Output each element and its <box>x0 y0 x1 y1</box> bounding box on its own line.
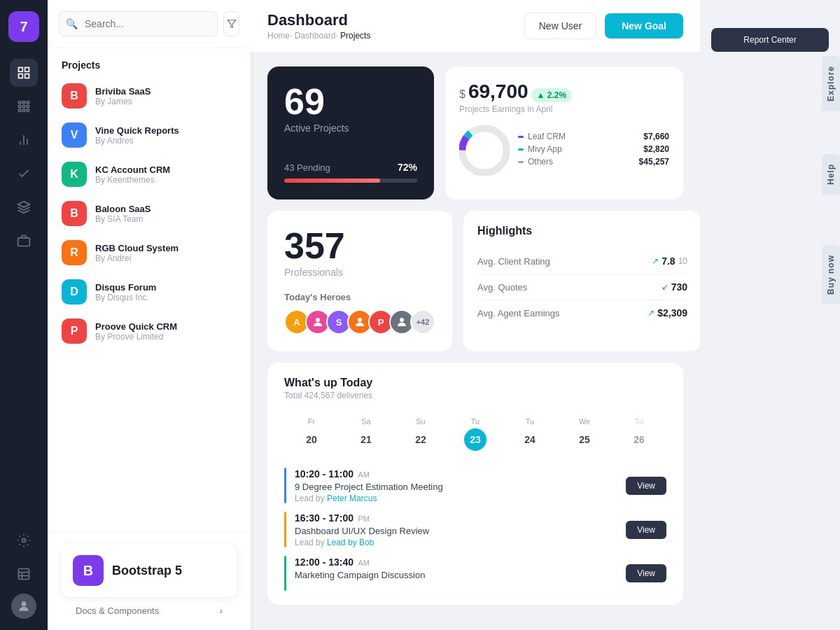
svg-rect-6 <box>27 102 29 104</box>
buynow-tab[interactable]: Buy now <box>822 245 840 304</box>
cal-day-21[interactable]: Sa 21 <box>339 412 393 456</box>
event-2-lead-link[interactable]: Lead by Bob <box>327 538 374 547</box>
svg-rect-0 <box>19 68 23 72</box>
event-1-lead: Lead by Peter Marcus <box>295 493 443 503</box>
legend-others: Others $45,257 <box>518 157 669 167</box>
nav-icon-table[interactable] <box>10 560 38 588</box>
event-3-view-button[interactable]: View <box>626 564 666 582</box>
highlight-earnings: Avg. Agent Earnings ↗ $2,309 <box>477 300 687 326</box>
schedule-title: What's up Today <box>284 377 666 389</box>
project-icon-vine: V <box>62 122 87 148</box>
project-kc[interactable]: K KC Account CRM By Keenthemes <box>48 155 251 194</box>
search-bar: 🔍 <box>48 0 251 48</box>
project-by-disqus: By Disqus Inc. <box>95 293 237 302</box>
project-by-vine: By Andres <box>95 136 237 146</box>
event-1-time: 10:20 - 11:00 AM <box>295 468 443 480</box>
search-icon: 🔍 <box>66 18 78 29</box>
content-area: 69 Active Projects 43 Pending 72% $ 69,7… <box>251 52 700 619</box>
heroes-label: Today's Heroes <box>284 292 435 302</box>
up-arrow-rating: ↗ <box>652 256 659 266</box>
bootstrap-label: Bootstrap 5 <box>112 564 182 578</box>
cal-day-22[interactable]: Su 22 <box>393 412 448 456</box>
report-center-button[interactable]: Report Center <box>711 28 829 52</box>
pending-percent: 72% <box>398 162 417 173</box>
breadcrumb-active: Projects <box>340 31 370 41</box>
project-by-briviba: By James <box>95 97 237 106</box>
active-projects-card: 69 Active Projects 43 Pending 72% <box>267 66 434 200</box>
cal-day-24[interactable]: Tu 24 <box>503 412 557 456</box>
new-user-button[interactable]: New User <box>524 13 596 39</box>
event-2-title: Dashboard UI/UX Design Review <box>295 526 429 536</box>
page-title: Dashboard <box>267 11 370 29</box>
event-3: 12:00 - 13:40 AM Marketing Campaign Disc… <box>284 556 666 591</box>
progress-bar <box>284 178 417 183</box>
event-1-view-wrap: View <box>626 477 666 495</box>
project-baloon[interactable]: B Baloon SaaS By SIA Team <box>48 194 251 233</box>
highlights-card: Highlights Avg. Client Rating ↗ 7.8 10 A… <box>463 211 700 351</box>
project-icon-rgb: R <box>62 240 87 265</box>
earnings-amount: $ 69,700 ▲ 2.2% <box>459 80 669 103</box>
nav-icon-briefcase[interactable] <box>10 227 38 255</box>
header-left: Dashboard Home· Dashboard· Projects <box>267 11 370 41</box>
project-vine[interactable]: V Vine Quick Reports By Andres <box>48 115 251 155</box>
project-name-disqus: Disqus Forum <box>95 282 237 293</box>
svg-rect-1 <box>25 68 29 72</box>
event-1-lead-link[interactable]: Peter Marcus <box>327 493 377 503</box>
up-arrow-earnings: ↗ <box>648 308 654 318</box>
project-briviba[interactable]: B Briviba SaaS By James <box>48 76 251 115</box>
docs-link[interactable]: Docs & Components › <box>62 597 237 619</box>
svg-marker-24 <box>227 20 236 28</box>
projects-title: Projects <box>48 48 251 76</box>
project-disqus[interactable]: D Disqus Forum By Disqus Inc. <box>48 272 251 312</box>
project-by-kc: By Keenthemes <box>95 175 237 185</box>
highlights-title: Highlights <box>477 225 687 237</box>
event-1: 10:20 - 11:00 AM 9 Degree Project Estima… <box>284 468 666 503</box>
professionals-card: 357 Professionals Today's Heroes A S P <box>267 211 452 351</box>
breadcrumb-dash: Dashboard· <box>295 31 338 41</box>
docs-label: Docs & Components <box>76 606 159 616</box>
cal-day-20[interactable]: Fr 20 <box>284 412 339 456</box>
nav-icon-apps[interactable] <box>10 92 38 120</box>
highlight-rating: Avg. Client Rating ↗ 7.8 10 <box>477 248 687 274</box>
breadcrumb-home: Home· <box>267 31 292 41</box>
svg-rect-19 <box>19 569 29 580</box>
project-icon-briviba: B <box>62 83 87 108</box>
bootstrap-card: B Bootstrap 5 <box>62 544 237 597</box>
user-avatar[interactable] <box>11 594 36 619</box>
event-2-view-button[interactable]: View <box>626 521 666 539</box>
top-cards-row: 69 Active Projects 43 Pending 72% $ 69,7… <box>267 66 683 200</box>
project-name-kc: KC Account CRM <box>95 164 237 175</box>
event-2-time: 16:30 - 17:00 PM <box>295 512 429 524</box>
svg-point-29 <box>358 318 362 322</box>
breadcrumb: Home· Dashboard· Projects <box>267 31 370 41</box>
nav-icon-layers[interactable] <box>10 193 38 221</box>
event-1-view-button[interactable]: View <box>626 477 666 495</box>
event-1-details: 10:20 - 11:00 AM 9 Degree Project Estima… <box>295 468 443 503</box>
earnings-number: 69,700 <box>468 80 528 103</box>
nav-icon-settings[interactable] <box>10 526 38 554</box>
project-proove[interactable]: P Proove Quick CRM By Proove Limited <box>48 312 251 351</box>
event-line-3 <box>284 556 286 591</box>
nav-icon-grid[interactable] <box>10 59 38 87</box>
heroes-avatars: A S P +42 <box>284 309 435 335</box>
svg-rect-3 <box>25 74 29 78</box>
explore-tab[interactable]: Explore <box>822 56 840 111</box>
event-2: 16:30 - 17:00 PM Dashboard UI/UX Design … <box>284 512 666 547</box>
project-by-rgb: By Andrei <box>95 253 237 263</box>
header: Dashboard Home· Dashboard· Projects New … <box>251 0 700 52</box>
project-rgb[interactable]: R RGB Cloud System By Andrei <box>48 233 251 272</box>
nav-avatar[interactable]: 7 <box>8 11 39 42</box>
cal-day-25[interactable]: We 25 <box>557 412 612 456</box>
event-1-title: 9 Degree Project Estimation Meeting <box>295 482 443 492</box>
project-icon-baloon: B <box>62 201 87 226</box>
new-goal-button[interactable]: New Goal <box>605 13 683 38</box>
hero-more: +42 <box>410 309 435 335</box>
cal-day-23-today[interactable]: Tu 23 <box>448 412 503 456</box>
search-input[interactable] <box>59 11 218 36</box>
nav-icon-check[interactable] <box>10 160 38 188</box>
nav-icon-chart[interactable] <box>10 126 38 154</box>
help-tab[interactable]: Help <box>822 154 840 195</box>
filter-button[interactable] <box>223 11 239 36</box>
cal-day-26[interactable]: Tu 26 <box>612 412 666 456</box>
event-3-details: 12:00 - 13:40 AM Marketing Campaign Disc… <box>295 556 425 580</box>
